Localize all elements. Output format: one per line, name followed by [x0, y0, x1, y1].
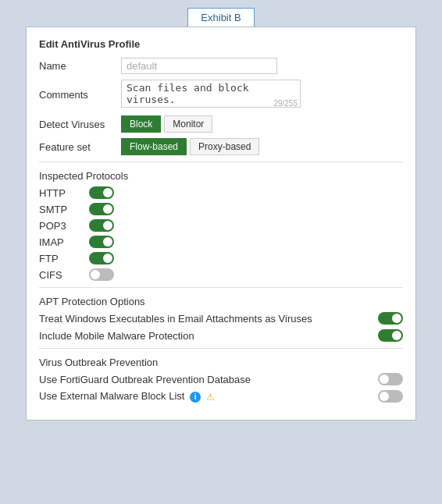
protocol-imap-toggle[interactable]: [89, 236, 114, 248]
divider-1: [39, 161, 403, 162]
comments-row: Comments Scan files and block viruses. 2…: [39, 80, 403, 110]
name-label: Name: [39, 60, 121, 72]
edit-antivirus-card: Edit AntiVirus Profile Name Comments Sca…: [26, 27, 416, 421]
protocol-cifs-label: CIFS: [39, 269, 86, 281]
divider-3: [39, 348, 403, 349]
protocol-smtp-toggle[interactable]: [89, 203, 114, 215]
feature-set-row: Feature set Flow-based Proxy-based: [39, 138, 403, 155]
virus-outbreak-title: Virus Outbreak Prevention: [39, 357, 403, 368]
external-malware-label: Use External Malware Block List i ⚠: [39, 390, 375, 403]
name-row: Name: [39, 58, 403, 74]
comments-wrap: Scan files and block viruses. 29/255: [121, 80, 301, 110]
external-malware-warn-icon: ⚠: [205, 392, 216, 403]
feature-set-flow-btn[interactable]: Flow-based: [121, 138, 187, 155]
apt-mobile-malware-row: Include Mobile Malware Protection: [39, 329, 403, 342]
protocol-imap-label: IMAP: [39, 236, 86, 248]
protocol-pop3-label: POP3: [39, 220, 86, 232]
protocol-imap-row: IMAP: [39, 236, 403, 248]
apt-title: APT Protection Options: [39, 296, 403, 307]
inspected-protocols-title: Inspected Protocols: [39, 170, 403, 182]
feature-set-group: Flow-based Proxy-based: [121, 138, 259, 155]
apt-mobile-malware-toggle[interactable]: [378, 329, 403, 342]
divider-2: [39, 287, 403, 288]
comments-label: Comments: [39, 89, 121, 101]
external-malware-row: Use External Malware Block List i ⚠: [39, 390, 403, 403]
feature-set-label: Feature set: [39, 141, 121, 153]
external-malware-toggle[interactable]: [378, 390, 403, 403]
feature-set-proxy-btn[interactable]: Proxy-based: [190, 138, 259, 155]
protocol-smtp-row: SMTP: [39, 203, 403, 215]
apt-windows-exe-row: Treat Windows Executables in Email Attac…: [39, 312, 403, 325]
detect-viruses-row: Detect Viruses Block Monitor: [39, 115, 403, 133]
apt-windows-exe-label: Treat Windows Executables in Email Attac…: [39, 313, 375, 325]
detect-viruses-group: Block Monitor: [121, 115, 212, 133]
apt-windows-exe-toggle[interactable]: [378, 312, 403, 325]
protocol-ftp-row: FTP: [39, 252, 403, 264]
protocol-pop3-row: POP3: [39, 219, 403, 232]
protocol-smtp-label: SMTP: [39, 204, 86, 215]
protocol-http-toggle[interactable]: [89, 186, 114, 199]
page-wrapper: Exhibit B Edit AntiVirus Profile Name Co…: [26, 8, 416, 421]
protocol-ftp-toggle[interactable]: [89, 252, 114, 264]
forti-guard-row: Use FortiGuard Outbreak Prevention Datab…: [39, 373, 403, 385]
protocol-cifs-row: CIFS: [39, 268, 403, 281]
protocol-ftp-label: FTP: [39, 253, 86, 264]
protocol-pop3-toggle[interactable]: [89, 219, 114, 232]
protocol-http-row: HTTP: [39, 186, 403, 199]
protocol-http-label: HTTP: [39, 187, 86, 199]
detect-viruses-label: Detect Viruses: [39, 119, 121, 130]
external-malware-info-icon[interactable]: i: [190, 392, 201, 403]
exhibit-tab[interactable]: Exhibit B: [187, 8, 254, 27]
name-input[interactable]: [121, 58, 277, 74]
forti-guard-toggle[interactable]: [378, 373, 403, 385]
forti-guard-label: Use FortiGuard Outbreak Prevention Datab…: [39, 374, 375, 385]
detect-viruses-block-btn[interactable]: Block: [121, 115, 161, 133]
detect-viruses-monitor-btn[interactable]: Monitor: [164, 115, 212, 133]
apt-mobile-malware-label: Include Mobile Malware Protection: [39, 330, 375, 342]
card-title: Edit AntiVirus Profile: [39, 38, 403, 50]
protocol-cifs-toggle[interactable]: [89, 268, 114, 281]
char-count: 29/255: [273, 99, 298, 108]
